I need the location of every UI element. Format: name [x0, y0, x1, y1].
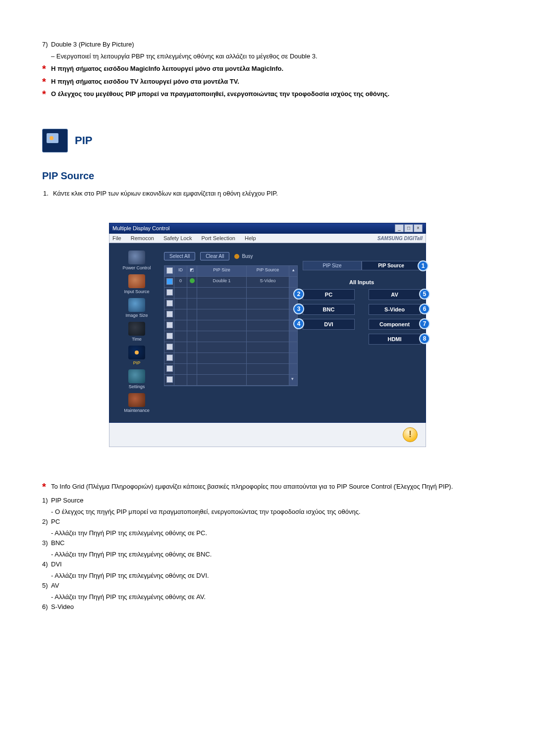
sidebar-item-maintenance[interactable]: Maintenance — [124, 392, 150, 414]
annotation-8: 8 — [419, 333, 430, 344]
row-pip-source: S-Video — [247, 277, 289, 288]
table-row[interactable] — [164, 299, 297, 309]
desc-body-5: - Αλλάζει την Πηγή PIP της επιλεγμένης ο… — [42, 592, 493, 602]
row-status — [187, 277, 197, 288]
menu-port-selection[interactable]: Port Selection — [201, 235, 235, 241]
input-hdmi-button[interactable]: HDMI 8 — [369, 334, 421, 345]
tab-pip-source[interactable]: PIP Source 1 — [362, 261, 421, 270]
info-grid-note: * Το Info Grid (Πλέγμα Πληροφοριών) εμφα… — [42, 482, 493, 492]
menu-safety-lock[interactable]: Safety Lock — [163, 235, 192, 241]
menu-file[interactable]: File — [112, 235, 121, 241]
ibtn-label: AV — [391, 292, 398, 298]
input-svideo-button[interactable]: S-Video 6 — [369, 304, 421, 315]
list-title: S-Video — [51, 603, 74, 610]
app-statusbar — [109, 423, 426, 447]
input-bnc-button[interactable]: 3 BNC — [303, 304, 355, 315]
header-pip-size: PIP Size — [197, 266, 247, 277]
desc-body-4: - Αλλάζει την Πηγή PIP της επιλεγμένης ο… — [42, 571, 493, 581]
list-number: 4) — [42, 559, 48, 569]
header-status-icon: ◩ — [187, 266, 197, 277]
star-icon: * — [42, 89, 46, 99]
list-number: 2) — [42, 517, 48, 527]
desc-item-6: 6) S-Video — [42, 602, 493, 612]
time-icon — [128, 322, 145, 336]
info-grid: ID ◩ PIP Size PIP Source ▴ 0 Double 1 S-… — [164, 265, 298, 386]
desc-item-1: 1) PIP Source — [42, 496, 493, 505]
star-icon: * — [42, 77, 46, 87]
note-pip-size: * Ο έλεγχος του μεγέθους PIP μπορεί να π… — [42, 89, 493, 99]
ibtn-label: DVI — [324, 321, 333, 327]
input-component-button[interactable]: Component 7 — [369, 319, 421, 330]
sidebar-item-power-control[interactable]: Power Control — [122, 249, 151, 272]
sidebar: Power Control Input Source Image Size Ti… — [114, 249, 159, 414]
list-title: BNC — [51, 539, 64, 547]
maximize-button[interactable]: □ — [404, 224, 413, 232]
input-source-icon — [128, 274, 145, 288]
table-row[interactable] — [164, 364, 297, 375]
list-number: 6) — [42, 602, 48, 612]
sidebar-item-image-size[interactable]: Image Size — [125, 297, 148, 319]
sidebar-item-label: Maintenance — [124, 408, 150, 413]
star-icon: * — [42, 64, 46, 74]
sidebar-item-settings[interactable]: Settings — [128, 368, 145, 391]
pip-icon — [128, 346, 145, 359]
sidebar-item-input-source[interactable]: Input Source — [124, 273, 149, 296]
row-id: 0 — [174, 277, 187, 288]
warning-icon — [403, 427, 418, 442]
section-title: PIP — [75, 134, 92, 147]
table-row[interactable] — [164, 353, 297, 364]
table-row[interactable] — [164, 331, 297, 342]
sidebar-item-time[interactable]: Time — [128, 320, 145, 343]
note-magicinfo: * Η πηγή σήματος εισόδου MagicInfo λειτο… — [42, 64, 493, 74]
pip-section-icon — [42, 129, 68, 152]
input-pc-button[interactable]: 2 PC — [303, 289, 355, 300]
list-title: PIP Source — [51, 497, 84, 504]
table-row[interactable]: ▾ — [164, 375, 297, 386]
ibtn-label: HDMI — [387, 336, 401, 342]
input-av-button[interactable]: AV 5 — [369, 289, 421, 300]
settings-icon — [128, 369, 145, 383]
window-title: Multiple Display Control — [112, 225, 170, 231]
clear-all-button[interactable]: Clear All — [200, 252, 229, 260]
section-header: PIP — [42, 129, 493, 152]
header-id: ID — [174, 266, 187, 277]
close-button[interactable]: × — [414, 224, 423, 232]
window-titlebar: Multiple Display Control _ □ × — [109, 223, 426, 234]
annotation-7: 7 — [419, 318, 430, 329]
sidebar-item-label: Image Size — [125, 313, 148, 318]
table-header-row: ID ◩ PIP Size PIP Source ▴ — [164, 266, 297, 277]
desc-item-2: 2) PC — [42, 517, 493, 527]
menu-help[interactable]: Help — [245, 235, 256, 241]
table-row[interactable]: 0 Double 1 S-Video — [164, 277, 297, 288]
list-item-7-desc: – Ενεργοποιεί τη λειτουργία PBP της επιλ… — [42, 51, 493, 61]
desc-body-2: - Αλλάζει την Πηγή PIP της επιλεγμένης ο… — [42, 528, 493, 538]
app-window: Multiple Display Control _ □ × File Remo… — [109, 223, 426, 447]
header-pip-source: PIP Source — [247, 266, 289, 277]
select-all-button[interactable]: Select All — [164, 252, 195, 260]
scroll-up-button[interactable]: ▴ — [289, 266, 297, 277]
sidebar-item-pip[interactable]: PIP — [128, 344, 145, 367]
table-row[interactable] — [164, 342, 297, 353]
scrollbar-track[interactable] — [289, 277, 297, 288]
menu-remocon[interactable]: Remocon — [131, 235, 154, 241]
sidebar-item-label: PIP — [133, 360, 141, 365]
minimize-button[interactable]: _ — [395, 224, 404, 232]
sidebar-item-label: Settings — [129, 384, 145, 389]
row-checkbox[interactable] — [164, 277, 174, 288]
step-text: Κάντε κλικ στο PIP των κύριων εικονιδίων… — [53, 190, 278, 197]
ibtn-label: S-Video — [384, 306, 405, 312]
list-title: PC — [51, 518, 60, 525]
step-number: 1. — [43, 189, 49, 199]
list-number: 5) — [42, 581, 48, 591]
input-dvi-button[interactable]: 4 DVI — [303, 319, 355, 330]
header-checkbox[interactable] — [164, 266, 174, 277]
menubar: File Remocon Safety Lock Port Selection … — [109, 234, 426, 243]
scroll-down-button[interactable]: ▾ — [289, 375, 297, 386]
table-row[interactable] — [164, 288, 297, 299]
list-title: DVI — [51, 560, 62, 568]
table-row[interactable] — [164, 320, 297, 331]
subsection-title: PIP Source — [42, 170, 493, 182]
tab-pip-size[interactable]: PIP Size — [303, 261, 362, 270]
table-row[interactable] — [164, 309, 297, 320]
annotation-2: 2 — [293, 289, 304, 300]
